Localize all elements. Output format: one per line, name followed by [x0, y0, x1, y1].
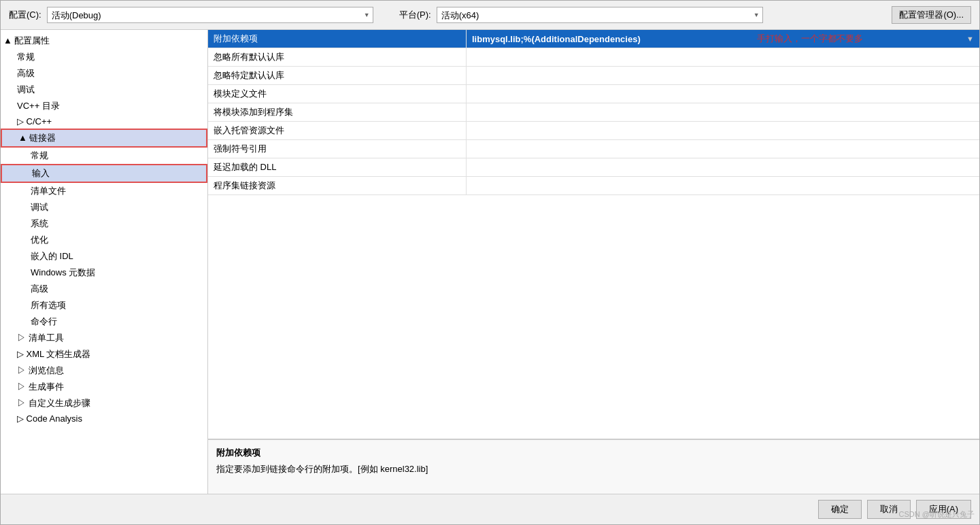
main-content: ▲ 配置属性常规高级调试VC++ 目录▷ C/C++▲ 链接器常规输入清单文件调… [1, 30, 979, 494]
prop-value-ignore-all-default [467, 48, 979, 66]
property-row-force-symbol[interactable]: 强制符号引用 [208, 140, 979, 158]
sidebar-item-xml-doc[interactable]: ▷ XML 文档生成器 [1, 346, 207, 362]
ok-button[interactable]: 确定 [818, 500, 862, 519]
platform-select[interactable]: 活动(x64) [437, 7, 763, 23]
sidebar-item-linker[interactable]: ▲ 链接器 [1, 129, 207, 148]
sidebar-item-linker-all[interactable]: 所有选项 [1, 297, 207, 314]
sidebar-item-linker-idl[interactable]: 嵌入的 IDL [1, 248, 207, 265]
prop-name-ignore-specific: 忽略特定默认认库 [208, 67, 467, 84]
prop-name-force-symbol: 强制符号引用 [208, 140, 467, 158]
prop-value-add-to-assembly [467, 103, 979, 121]
sidebar-item-cpp[interactable]: ▷ C/C++ [1, 114, 207, 129]
property-row-assemble-res[interactable]: 程序集链接资源 [208, 177, 979, 195]
property-row-embed-managed[interactable]: 嵌入托管资源文件 [208, 122, 979, 140]
prop-name-add-to-assembly: 将模块添加到程序集 [208, 103, 467, 121]
sidebar-item-manifest-tool[interactable]: ▷ 清单工具 [1, 330, 207, 346]
property-row-module-def[interactable]: 模块定义文件 [208, 85, 979, 103]
description-section: 附加依赖项 指定要添加到链接命令行的附加项。[例如 kernel32.lib] [208, 439, 979, 494]
sidebar-item-config-props[interactable]: ▲ 配置属性 [1, 33, 207, 49]
sidebar-item-linker-general[interactable]: 常规 [1, 148, 207, 164]
sidebar-item-linker-manifest[interactable]: 清单文件 [1, 183, 207, 199]
prop-name-module-def: 模块定义文件 [208, 85, 467, 103]
prop-value-additional-deps[interactable]: libmysql.lib;%(AdditionalDependencies)手打… [467, 30, 979, 48]
watermark: CSDN @听说是只兔子 [899, 509, 975, 520]
sidebar-item-custom-build[interactable]: ▷ 自定义生成步骤 [1, 395, 207, 411]
sidebar-item-build-events[interactable]: ▷ 生成事件 [1, 379, 207, 395]
red-hint: 手打输入，一个字都不要多 [757, 33, 863, 45]
config-manager-button[interactable]: 配置管理器(O)... [892, 6, 971, 24]
prop-value-text-additional-deps: libmysql.lib;%(AdditionalDependencies) [472, 34, 641, 44]
sidebar-item-linker-adv[interactable]: 高级 [1, 281, 207, 297]
sidebar-item-browse-info[interactable]: ▷ 浏览信息 [1, 362, 207, 379]
sidebar-item-debug[interactable]: 调试 [1, 82, 207, 98]
config-select[interactable]: 活动(Debug) [47, 7, 373, 23]
config-label: 配置(C): [9, 9, 41, 21]
sidebar-item-advanced[interactable]: 高级 [1, 65, 207, 82]
prop-value-assemble-res [467, 177, 979, 194]
sidebar-item-vcpp[interactable]: VC++ 目录 [1, 98, 207, 114]
properties-dialog: 配置(C): 活动(Debug) 平台(P): 活动(x64) 配置管理器(O)… [0, 0, 980, 525]
property-row-add-to-assembly[interactable]: 将模块添加到程序集 [208, 103, 979, 122]
prop-value-module-def [467, 85, 979, 103]
property-row-delay-load[interactable]: 延迟加载的 DLL [208, 158, 979, 177]
prop-name-embed-managed: 嵌入托管资源文件 [208, 122, 467, 139]
sidebar-item-linker-opt[interactable]: 优化 [1, 232, 207, 248]
sidebar-item-linker-windows[interactable]: Windows 元数据 [1, 265, 207, 281]
config-select-wrapper[interactable]: 活动(Debug) [47, 7, 373, 23]
prop-value-delay-load [467, 158, 979, 176]
platform-select-wrapper[interactable]: 活动(x64) [437, 7, 763, 23]
description-title: 附加依赖项 [216, 447, 971, 459]
property-row-ignore-all-default[interactable]: 忽略所有默认认库 [208, 48, 979, 67]
sidebar-item-linker-debug2[interactable]: 调试 [1, 199, 207, 216]
prop-dropdown-additional-deps[interactable]: ▼ [966, 35, 974, 43]
platform-label: 平台(P): [399, 9, 431, 21]
sidebar-item-general[interactable]: 常规 [1, 49, 207, 65]
sidebar-item-linker-cmd[interactable]: 命令行 [1, 314, 207, 330]
prop-value-force-symbol [467, 140, 979, 158]
sidebar-item-linker-input[interactable]: 输入 [1, 164, 207, 183]
sidebar-item-code-analysis[interactable]: ▷ Code Analysis [1, 411, 207, 426]
sidebar-item-linker-system[interactable]: 系统 [1, 216, 207, 232]
right-panel: 附加依赖项libmysql.lib;%(AdditionalDependenci… [208, 30, 979, 494]
prop-value-ignore-specific [467, 67, 979, 84]
description-text: 指定要添加到链接命令行的附加项。[例如 kernel32.lib] [216, 463, 971, 475]
prop-name-assemble-res: 程序集链接资源 [208, 177, 467, 194]
prop-value-embed-managed [467, 122, 979, 139]
property-row-ignore-specific[interactable]: 忽略特定默认认库 [208, 67, 979, 85]
toolbar: 配置(C): 活动(Debug) 平台(P): 活动(x64) 配置管理器(O)… [1, 1, 979, 30]
property-row-additional-deps[interactable]: 附加依赖项libmysql.lib;%(AdditionalDependenci… [208, 30, 979, 48]
prop-name-delay-load: 延迟加载的 DLL [208, 158, 467, 176]
sidebar-tree: ▲ 配置属性常规高级调试VC++ 目录▷ C/C++▲ 链接器常规输入清单文件调… [1, 30, 208, 494]
prop-name-additional-deps: 附加依赖项 [208, 30, 467, 48]
bottom-bar: 确定 取消 应用(A) [1, 494, 979, 524]
prop-name-ignore-all-default: 忽略所有默认认库 [208, 48, 467, 66]
property-list: 附加依赖项libmysql.lib;%(AdditionalDependenci… [208, 30, 979, 439]
